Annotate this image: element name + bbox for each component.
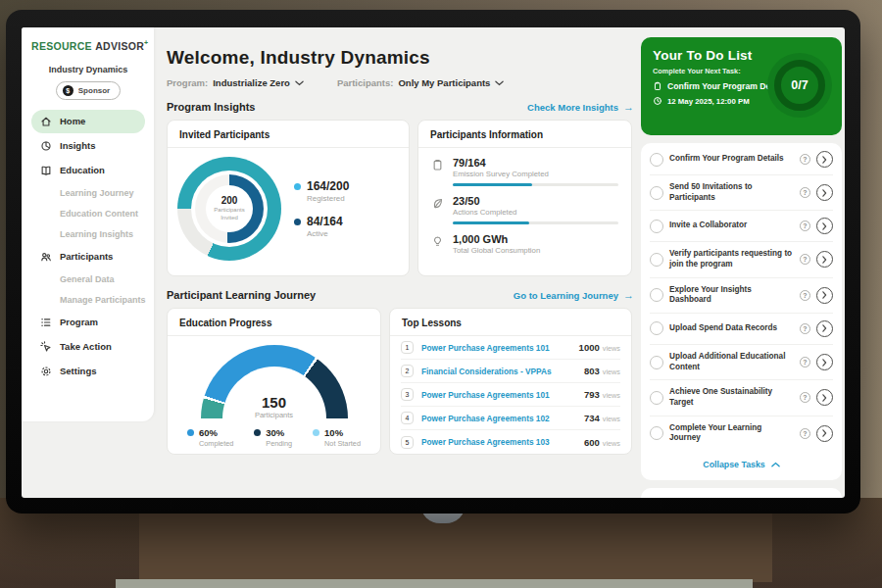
- help-icon[interactable]: ?: [800, 290, 810, 301]
- sidebar-item-settings[interactable]: Settings: [31, 360, 145, 383]
- lesson-views: 803: [584, 366, 600, 376]
- sponsor-icon: $: [63, 85, 74, 96]
- legend-label: Registered: [307, 194, 349, 203]
- invited-donut-chart: 200 Participants Invited: [177, 157, 281, 261]
- sidebar-item-label: Insights: [60, 140, 95, 151]
- card-title: Education Progress: [168, 309, 380, 336]
- help-icon[interactable]: ?: [800, 254, 810, 265]
- check-more-insights-link[interactable]: Check More Insights →: [527, 101, 634, 113]
- todo-item[interactable]: Upload Additional Educational Content ?: [650, 345, 833, 380]
- checkbox[interactable]: [650, 391, 663, 405]
- todo-item[interactable]: Explore Your Insights Dashboard ?: [650, 278, 833, 314]
- program-dropdown[interactable]: Program: Industrialize Zero: [167, 77, 304, 88]
- checkbox[interactable]: [650, 321, 663, 335]
- sidebar-item-education[interactable]: Education: [31, 159, 145, 182]
- todo-item[interactable]: Send 50 Invitations to Participants ?: [650, 175, 833, 211]
- checkbox[interactable]: [650, 153, 663, 167]
- list-icon: [40, 317, 52, 328]
- go-button[interactable]: [816, 151, 833, 168]
- help-icon[interactable]: ?: [800, 428, 810, 439]
- chevron-right-icon: [822, 222, 827, 230]
- help-icon[interactable]: ?: [800, 187, 810, 198]
- sidebar-item-participants[interactable]: Participants: [31, 245, 145, 269]
- checkbox[interactable]: [650, 186, 663, 200]
- go-to-learning-journey-link[interactable]: Go to Learning Journey →: [514, 289, 634, 301]
- chevron-right-icon: [822, 324, 827, 332]
- progress-fill: [453, 183, 532, 186]
- program-insights-header: Program Insights Check More Insights →: [167, 101, 634, 113]
- chevron-right-icon: [822, 189, 827, 197]
- sidebar-item-general-data[interactable]: General Data: [31, 270, 145, 289]
- collapse-label: Collapse Tasks: [703, 460, 764, 469]
- go-button[interactable]: [816, 320, 833, 337]
- legend-item: 30% Pending: [254, 427, 292, 448]
- todo-item-label: Confirm Your Program Details: [669, 154, 794, 165]
- chevron-right-icon: [822, 156, 827, 164]
- lesson-row[interactable]: 1 Power Purchase Agreements 101 1000view…: [401, 336, 620, 360]
- help-icon[interactable]: ?: [800, 323, 810, 334]
- todo-item[interactable]: Verify participants requesting to join t…: [650, 242, 833, 277]
- go-button[interactable]: [816, 251, 833, 268]
- lesson-rank: 2: [401, 365, 414, 377]
- logo-primary: RESOURCE: [31, 40, 92, 52]
- todo-item-label: Complete Your Learning Journey: [669, 423, 794, 444]
- participants-dropdown[interactable]: Participants: Only My Participants: [337, 77, 505, 88]
- todo-header-panel: Your To Do List Complete Your Next Task:…: [641, 37, 842, 135]
- todo-item-label: Explore Your Insights Dashboard: [669, 285, 794, 306]
- sidebar-item-learning-insights[interactable]: Learning Insights: [31, 224, 145, 244]
- participants-information-card: Participants Information 79/164 Emission…: [417, 120, 632, 276]
- todo-item[interactable]: Invite a Collaborator ?: [650, 211, 833, 242]
- sidebar-item-manage-participants[interactable]: Manage Participants: [31, 290, 145, 310]
- invited-participants-card: Invited Participants 200 Participants In…: [167, 120, 410, 276]
- go-button[interactable]: [816, 184, 833, 201]
- help-icon[interactable]: ?: [800, 220, 810, 231]
- lesson-title-link[interactable]: Power Purchase Agreements 102: [421, 414, 576, 423]
- go-button[interactable]: [816, 354, 833, 370]
- sidebar-item-education-content[interactable]: Education Content: [31, 204, 145, 223]
- lesson-row[interactable]: 4 Power Purchase Agreements 102 734views: [401, 407, 620, 430]
- lesson-title-link[interactable]: Power Purchase Agreements 101: [421, 390, 576, 400]
- checkbox[interactable]: [650, 253, 663, 267]
- go-button[interactable]: [816, 425, 833, 442]
- help-icon[interactable]: ?: [800, 154, 810, 165]
- todo-item[interactable]: Achieve One Sustainability Target ?: [650, 380, 833, 416]
- checkbox[interactable]: [650, 288, 663, 302]
- checkbox[interactable]: [650, 356, 663, 369]
- go-button[interactable]: [816, 218, 833, 234]
- go-button[interactable]: [816, 389, 833, 406]
- lesson-title-link[interactable]: Financial Considerations - VPPAs: [421, 367, 576, 376]
- clipboard-icon: [431, 159, 444, 172]
- checkbox[interactable]: [650, 220, 663, 233]
- checkbox[interactable]: [650, 426, 663, 440]
- lesson-title-link[interactable]: Power Purchase Agreements 101: [421, 343, 571, 353]
- sidebar-item-learning-journey[interactable]: Learning Journey: [31, 183, 145, 203]
- sidebar-item-label: Learning Insights: [60, 229, 133, 239]
- learning-journey-header: Participant Learning Journey Go to Learn…: [167, 289, 634, 301]
- chevron-up-icon: [771, 462, 780, 467]
- todo-item[interactable]: Complete Your Learning Journey ?: [650, 416, 833, 451]
- insights-cards-row: Invited Participants 200 Participants In…: [167, 120, 634, 276]
- lesson-row[interactable]: 2 Financial Considerations - VPPAs 803vi…: [401, 360, 620, 383]
- todo-item[interactable]: Confirm Your Program Details ?: [650, 144, 833, 175]
- todo-item[interactable]: Upload Spend Data Records ?: [650, 314, 833, 345]
- lesson-title-link[interactable]: Power Purchase Agreements 103: [421, 437, 576, 447]
- sidebar-item-take-action[interactable]: Take Action: [31, 335, 145, 359]
- sidebar-item-label: Home: [60, 116, 85, 126]
- legend-dot: [313, 429, 319, 436]
- sidebar-item-home[interactable]: Home: [31, 110, 145, 133]
- go-button[interactable]: [816, 287, 833, 304]
- legend-percent: 30%: [266, 427, 284, 438]
- invited-legend: 164/200 Registered 84/164 Active: [294, 179, 349, 238]
- lesson-row[interactable]: 5 Power Purchase Agreements 103 600views: [401, 430, 620, 454]
- sponsor-badge: $ Sponsor: [56, 81, 121, 100]
- collapse-tasks-link[interactable]: Collapse Tasks: [650, 451, 833, 479]
- lesson-row[interactable]: 3 Power Purchase Agreements 101 793views: [401, 383, 620, 407]
- todo-column: Your To Do List Complete Your Next Task:…: [641, 27, 845, 498]
- help-icon[interactable]: ?: [800, 392, 810, 403]
- sidebar-item-insights[interactable]: Insights: [31, 134, 145, 158]
- sidebar-item-program[interactable]: Program: [31, 311, 145, 334]
- sidebar: RESOURCE ADVISOR+ Industry Dynamics $ Sp…: [22, 27, 154, 421]
- help-icon[interactable]: ?: [800, 357, 810, 368]
- legend-percent: 10%: [324, 427, 343, 438]
- legend-label: Pending: [266, 439, 292, 448]
